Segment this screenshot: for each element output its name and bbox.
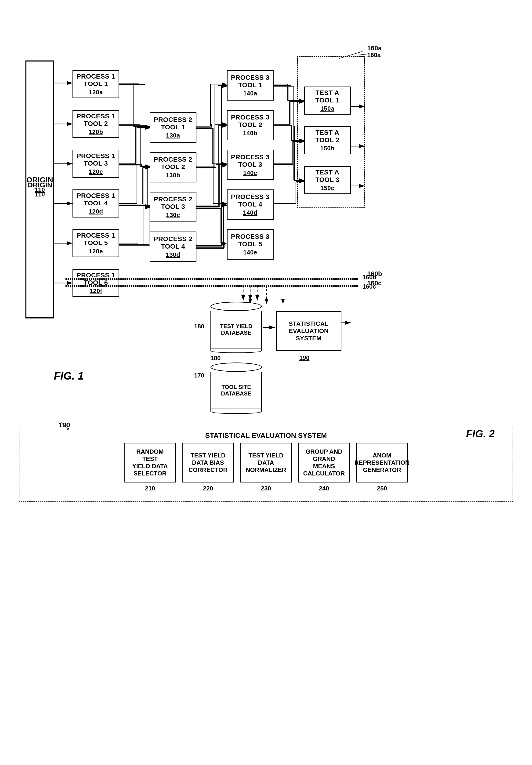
- origin-label: ORIGIN 110: [26, 61, 54, 318]
- process3-tool2: PROCESS 3TOOL 2 140b: [227, 110, 273, 140]
- ref-160b: 160b: [362, 274, 376, 281]
- component-2: TEST YIELDDATA BIASCORRECTOR 220: [183, 443, 234, 492]
- test-a-tool1: TEST ATOOL 1 150a: [304, 87, 351, 115]
- component-1: RANDOM TESTYIELD DATASELECTOR 210: [124, 443, 176, 492]
- ref-160c: 160c: [362, 283, 376, 290]
- page: ORIGIN 110: [0, 0, 532, 765]
- tool-site-database: TOOL SITEDATABASE: [211, 363, 262, 414]
- ref-170: 170: [194, 372, 204, 379]
- process1-tool3: PROCESS 1TOOL 3 120c: [73, 150, 119, 178]
- dashed-line-160b: [66, 280, 358, 280]
- ref-210: 210: [145, 485, 155, 492]
- process1-tool4: PROCESS 1TOOL 4 120d: [73, 190, 119, 218]
- process1-tool1: PROCESS 1TOOL 1 120a: [73, 70, 119, 98]
- process2-tool2: PROCESS 2TOOL 2 130b: [150, 152, 197, 183]
- ref-160a-arrow: [358, 50, 372, 57]
- test-a-tool2: TEST ATOOL 2 150b: [304, 126, 351, 154]
- test-a-tool3: TEST ATOOL 3 150c: [304, 166, 351, 194]
- process2-tool3: PROCESS 2TOOL 3 130c: [150, 192, 197, 222]
- stat-eval-components: RANDOM TESTYIELD DATASELECTOR 210 TEST Y…: [29, 443, 503, 492]
- process2-tool1: PROCESS 2TOOL 1 130a: [150, 112, 197, 143]
- stat-eval-outer-label: STATISTICAL EVALUATION SYSTEM: [205, 431, 327, 439]
- component-5: ANOMREPRESENTATIONGENERATOR 250: [356, 443, 408, 492]
- process3-tool5: PROCESS 3TOOL 5 140e: [227, 229, 273, 260]
- process3-tool1: PROCESS 3TOOL 1 140a: [227, 70, 273, 101]
- fig1-diagram: ORIGIN 110: [19, 14, 513, 411]
- component-3: TEST YIELDDATANORMALIZER 230: [241, 443, 292, 492]
- stat-eval-outer: STATISTICAL EVALUATION SYSTEM RANDOM TES…: [19, 426, 513, 502]
- component-4: GROUP ANDGRAND MEANSCALCULATOR 240: [298, 443, 350, 492]
- svg-line-171: [359, 54, 369, 55]
- process3-tool4: PROCESS 3TOOL 4 140d: [227, 190, 273, 220]
- process2-tool4: PROCESS 2TOOL 4 130d: [150, 232, 197, 262]
- ref-190: 190: [299, 354, 309, 362]
- ref-250: 250: [377, 485, 387, 492]
- fig1-label: FIG. 1: [54, 370, 84, 382]
- fig2-section: 190 FIG. 2 STATISTICAL EVALUATION SYSTEM…: [19, 426, 513, 502]
- ref-230: 230: [261, 485, 271, 492]
- test-yield-database: TEST YIELDDATABASE 180: [211, 302, 262, 362]
- process1-tool6: PROCESS 1TOOL 6 120f: [73, 269, 119, 297]
- dashed-line-160c: [66, 287, 358, 287]
- ref-220: 220: [203, 485, 213, 492]
- process1-tool5: PROCESS 1TOOL 5 120e: [73, 229, 119, 257]
- ref-180: 180: [194, 323, 204, 330]
- process3-tool3: PROCESS 3TOOL 3 140c: [227, 150, 273, 180]
- ref-240: 240: [319, 485, 329, 492]
- stat-eval-system: STATISTICALEVALUATIONSYSTEM: [276, 311, 341, 351]
- process1-tool2: PROCESS 1TOOL 2 120b: [73, 110, 119, 138]
